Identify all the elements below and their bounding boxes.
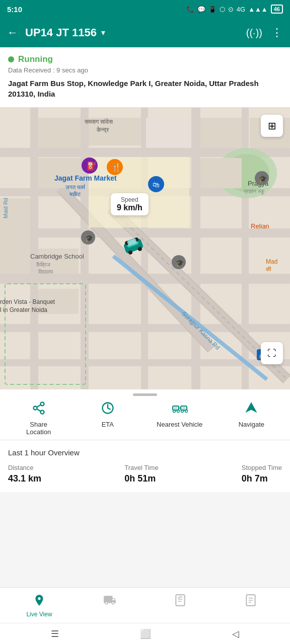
svg-text:rden Vista - Banquet: rden Vista - Banquet xyxy=(0,298,55,305)
svg-point-85 xyxy=(173,410,175,413)
svg-rect-83 xyxy=(174,407,178,409)
back-button[interactable]: ← xyxy=(7,26,18,39)
svg-text:कैंब्रिज: कैंब्रिज xyxy=(36,262,50,268)
info-card: Running Data Received : 9 secs ago Jagat… xyxy=(0,47,290,108)
report-icon xyxy=(174,594,187,610)
chevron-down-icon[interactable]: ▼ xyxy=(100,29,107,37)
svg-text:🎓: 🎓 xyxy=(85,234,94,243)
svg-rect-26 xyxy=(200,118,242,148)
svg-point-72 xyxy=(40,402,44,406)
svg-point-88 xyxy=(185,410,187,413)
stopped-time-value: 0h 7m xyxy=(242,473,282,484)
svg-text:Maid Rd: Maid Rd xyxy=(3,198,9,218)
menu-button[interactable]: ☰ xyxy=(51,628,59,639)
speed-label: Speed xyxy=(117,196,142,203)
overview-section: Last 1 hour Overview Distance 43.1 km Tr… xyxy=(0,440,290,492)
travel-time-label: Travel Time xyxy=(124,464,158,471)
nearest-vehicle-button[interactable]: Nearest Vehicle xyxy=(157,401,202,436)
broadcast-icon[interactable]: ((·)) xyxy=(246,27,262,39)
status-label: Running xyxy=(18,54,53,64)
svg-text:Cambridge School: Cambridge School xyxy=(30,253,84,260)
svg-text:की: की xyxy=(265,266,271,272)
running-status: Running xyxy=(8,54,282,64)
speed-value: 9 km/h xyxy=(117,203,142,212)
speed-overlay: Speed 9 km/h xyxy=(111,193,149,215)
svg-text:प्रज्ञान स्कू: प्रज्ञान स्कू xyxy=(243,188,265,195)
svg-rect-8 xyxy=(81,108,89,389)
svg-point-87 xyxy=(181,410,183,413)
svg-rect-18 xyxy=(38,118,81,148)
pin-icon xyxy=(33,594,46,610)
map-expand-button[interactable]: ⛶ xyxy=(261,342,283,364)
system-nav-bar: ☰ ⬜ ◁ xyxy=(0,623,290,644)
clock-icon xyxy=(101,401,115,419)
svg-rect-84 xyxy=(182,407,186,409)
svg-text:🎓: 🎓 xyxy=(259,175,267,183)
share-icon xyxy=(32,401,46,419)
svg-text:विद्यालय: विद्यालय xyxy=(38,269,53,275)
drag-bar xyxy=(133,393,157,396)
status-bar: 5:10 📞 💬 📱 ⬡ ⊙ 4G ▲▲▲ 46 xyxy=(0,0,290,18)
signal-icon: 4G xyxy=(237,6,245,13)
share-location-button[interactable]: ShareLocation xyxy=(19,401,59,436)
back-system-button[interactable]: ◁ xyxy=(232,628,239,639)
svg-point-86 xyxy=(177,410,179,413)
nearest-vehicle-icon xyxy=(172,401,188,419)
svg-text:Relian: Relian xyxy=(251,222,269,230)
svg-rect-27 xyxy=(200,158,242,188)
navigate-button[interactable]: Navigate xyxy=(231,401,271,436)
doc-icon xyxy=(244,594,257,610)
truck-icon xyxy=(103,594,116,610)
app-header: ← UP14 JT 1156 ▼ ((·)) ⋮ xyxy=(0,18,290,47)
status-icons: 📞 💬 📱 ⬡ ⊙ 4G ▲▲▲ 46 xyxy=(186,5,283,14)
map-svg: Surajpur Kasna Rd Jagat Farm Market जगत … xyxy=(0,108,290,389)
svg-text:Jagat Farm Market: Jagat Farm Market xyxy=(54,174,117,182)
svg-text:l in Greater Noida: l in Greater Noida xyxy=(0,306,47,313)
svg-line-76 xyxy=(37,405,41,408)
home-button[interactable]: ⬜ xyxy=(140,628,151,639)
svg-rect-21 xyxy=(38,158,81,188)
svg-text:समसग सांवेस: समसग सांवेस xyxy=(84,118,113,125)
svg-text:🍴: 🍴 xyxy=(111,163,121,172)
status-dot xyxy=(8,56,14,62)
nav-vehicle[interactable] xyxy=(90,594,130,618)
action-bar: ShareLocation ETA xyxy=(0,396,290,440)
svg-rect-7 xyxy=(30,108,38,389)
overview-stats: Distance 43.1 km Travel Time 0h 51m Stop… xyxy=(8,464,282,484)
travel-time-stat: Travel Time 0h 51m xyxy=(124,464,158,484)
eta-button[interactable]: ETA xyxy=(88,401,128,436)
phone-icon: 📞 xyxy=(186,6,194,13)
overview-title: Last 1 hour Overview xyxy=(8,448,282,457)
nav-docs[interactable] xyxy=(231,594,271,618)
travel-time-value: 0h 51m xyxy=(124,473,158,484)
data-received-text: Data Received : 9 secs ago xyxy=(8,66,282,74)
navigate-icon xyxy=(244,401,258,419)
wifi-signal-icon: ▲▲▲ xyxy=(248,6,268,13)
svg-rect-23 xyxy=(89,157,189,227)
distance-value: 43.1 km xyxy=(8,473,41,484)
location-text: Jagat Farm Bus Stop, Knowledge Park I, G… xyxy=(8,78,282,99)
vehicle-id: UP14 JT 1156 xyxy=(25,26,97,39)
map-container[interactable]: Surajpur Kasna Rd Jagat Farm Market जगत … xyxy=(0,108,290,389)
status-time: 5:10 xyxy=(7,5,22,14)
message-icon: 💬 xyxy=(197,6,205,13)
header-actions: ((·)) ⋮ xyxy=(246,26,283,39)
distance-label: Distance xyxy=(8,464,41,471)
layers-icon: ⊞ xyxy=(268,120,276,132)
bluetooth-icon: ⬡ xyxy=(220,6,225,13)
svg-line-75 xyxy=(37,409,41,412)
svg-point-73 xyxy=(33,407,37,410)
bottom-nav: Live View xyxy=(0,587,290,623)
drag-handle[interactable] xyxy=(0,389,290,396)
svg-text:🎓: 🎓 xyxy=(176,259,184,267)
svg-rect-10 xyxy=(191,108,200,389)
nav-reports[interactable] xyxy=(160,594,200,618)
nearest-vehicle-label: Nearest Vehicle xyxy=(157,421,202,428)
vehicle-title: UP14 JT 1156 ▼ xyxy=(25,26,239,39)
more-options-icon[interactable]: ⋮ xyxy=(271,26,283,39)
map-layers-button[interactable]: ⊞ xyxy=(261,115,283,137)
live-view-label: Live View xyxy=(26,611,52,618)
svg-text:जगत फार्म: जगत फार्म xyxy=(65,184,85,190)
nav-live-view[interactable]: Live View xyxy=(19,594,59,618)
svg-text:Mad: Mad xyxy=(266,258,277,265)
